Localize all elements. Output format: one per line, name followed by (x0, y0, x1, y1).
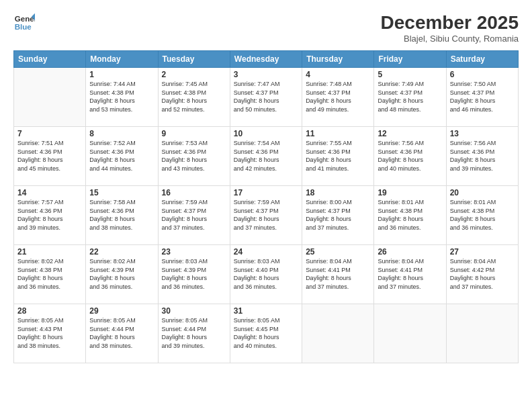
day-number: 22 (89, 247, 154, 257)
calendar-cell: 7Sunrise: 7:51 AMSunset: 4:36 PMDaylight… (14, 127, 86, 186)
day-number: 23 (162, 247, 226, 257)
day-number: 12 (378, 129, 442, 138)
calendar-cell: 23Sunrise: 8:03 AMSunset: 4:39 PMDayligh… (158, 245, 230, 304)
day-info: Sunrise: 8:03 AMSunset: 4:39 PMDaylight:… (162, 257, 226, 291)
day-info: Sunrise: 7:44 AMSunset: 4:38 PMDaylight:… (89, 80, 154, 113)
calendar-cell: 16Sunrise: 7:59 AMSunset: 4:37 PMDayligh… (158, 186, 230, 245)
day-info: Sunrise: 8:00 AMSunset: 4:37 PMDaylight:… (306, 198, 370, 232)
calendar-cell: 17Sunrise: 7:59 AMSunset: 4:37 PMDayligh… (230, 186, 302, 245)
day-number: 15 (89, 188, 154, 197)
location: Blajel, Sibiu County, Romania (381, 34, 519, 44)
calendar-cell: 22Sunrise: 8:02 AMSunset: 4:39 PMDayligh… (86, 245, 158, 304)
day-number: 17 (234, 188, 298, 197)
day-number: 31 (234, 306, 298, 316)
day-number: 9 (162, 129, 226, 138)
day-number: 29 (89, 306, 154, 316)
day-number: 20 (450, 188, 515, 197)
day-info: Sunrise: 7:56 AMSunset: 4:36 PMDaylight:… (450, 139, 515, 173)
calendar-week-row: 7Sunrise: 7:51 AMSunset: 4:36 PMDaylight… (14, 127, 519, 186)
calendar-day-header: Thursday (302, 51, 374, 68)
day-number: 5 (378, 70, 442, 79)
day-number: 10 (234, 129, 298, 138)
calendar-week-row: 14Sunrise: 7:57 AMSunset: 4:36 PMDayligh… (14, 186, 519, 245)
calendar-cell (374, 304, 446, 363)
day-info: Sunrise: 7:45 AMSunset: 4:38 PMDaylight:… (162, 80, 226, 113)
day-info: Sunrise: 8:02 AMSunset: 4:39 PMDaylight:… (89, 257, 154, 291)
day-info: Sunrise: 7:53 AMSunset: 4:36 PMDaylight:… (162, 139, 226, 173)
calendar-cell: 21Sunrise: 8:02 AMSunset: 4:38 PMDayligh… (14, 245, 86, 304)
day-info: Sunrise: 7:49 AMSunset: 4:37 PMDaylight:… (378, 80, 442, 113)
title-block: December 2025 Blajel, Sibiu County, Roma… (381, 12, 519, 44)
day-number: 19 (378, 188, 442, 197)
day-info: Sunrise: 7:50 AMSunset: 4:37 PMDaylight:… (450, 80, 515, 113)
calendar-day-header: Sunday (14, 51, 86, 68)
calendar: SundayMondayTuesdayWednesdayThursdayFrid… (13, 50, 519, 363)
day-number: 3 (234, 70, 298, 79)
calendar-cell: 30Sunrise: 8:05 AMSunset: 4:44 PMDayligh… (158, 304, 230, 363)
calendar-cell: 15Sunrise: 7:58 AMSunset: 4:36 PMDayligh… (86, 186, 158, 245)
svg-text:General: General (15, 15, 35, 23)
calendar-day-header: Wednesday (230, 51, 302, 68)
day-number: 30 (162, 306, 226, 316)
calendar-cell: 25Sunrise: 8:04 AMSunset: 4:41 PMDayligh… (302, 245, 374, 304)
calendar-cell: 3Sunrise: 7:47 AMSunset: 4:37 PMDaylight… (230, 68, 302, 127)
day-info: Sunrise: 7:58 AMSunset: 4:36 PMDaylight:… (89, 198, 154, 232)
calendar-cell: 26Sunrise: 8:04 AMSunset: 4:41 PMDayligh… (374, 245, 446, 304)
day-info: Sunrise: 7:59 AMSunset: 4:37 PMDaylight:… (234, 198, 298, 232)
calendar-cell: 8Sunrise: 7:52 AMSunset: 4:36 PMDaylight… (86, 127, 158, 186)
day-number: 25 (306, 247, 370, 257)
calendar-cell: 27Sunrise: 8:04 AMSunset: 4:42 PMDayligh… (446, 245, 518, 304)
header: General Blue December 2025 Blajel, Sibiu… (13, 12, 519, 44)
day-info: Sunrise: 8:05 AMSunset: 4:44 PMDaylight:… (162, 316, 226, 350)
day-info: Sunrise: 8:05 AMSunset: 4:45 PMDaylight:… (234, 316, 298, 350)
day-info: Sunrise: 7:56 AMSunset: 4:36 PMDaylight:… (378, 139, 442, 173)
calendar-cell: 14Sunrise: 7:57 AMSunset: 4:36 PMDayligh… (14, 186, 86, 245)
calendar-cell: 19Sunrise: 8:01 AMSunset: 4:38 PMDayligh… (374, 186, 446, 245)
calendar-cell: 31Sunrise: 8:05 AMSunset: 4:45 PMDayligh… (230, 304, 302, 363)
day-number: 4 (306, 70, 370, 79)
day-number: 6 (450, 70, 515, 79)
day-info: Sunrise: 7:54 AMSunset: 4:36 PMDaylight:… (234, 139, 298, 173)
calendar-cell (446, 304, 518, 363)
calendar-cell: 4Sunrise: 7:48 AMSunset: 4:37 PMDaylight… (302, 68, 374, 127)
day-info: Sunrise: 8:01 AMSunset: 4:38 PMDaylight:… (450, 198, 515, 232)
calendar-cell: 6Sunrise: 7:50 AMSunset: 4:37 PMDaylight… (446, 68, 518, 127)
calendar-week-row: 28Sunrise: 8:05 AMSunset: 4:43 PMDayligh… (14, 304, 519, 363)
calendar-day-header: Monday (86, 51, 158, 68)
day-info: Sunrise: 8:02 AMSunset: 4:38 PMDaylight:… (17, 257, 82, 291)
day-info: Sunrise: 8:04 AMSunset: 4:42 PMDaylight:… (450, 257, 515, 291)
calendar-cell: 13Sunrise: 7:56 AMSunset: 4:36 PMDayligh… (446, 127, 518, 186)
day-info: Sunrise: 7:51 AMSunset: 4:36 PMDaylight:… (17, 139, 82, 173)
svg-text:Blue: Blue (15, 23, 32, 31)
day-number: 1 (89, 70, 154, 79)
calendar-cell: 24Sunrise: 8:03 AMSunset: 4:40 PMDayligh… (230, 245, 302, 304)
day-number: 24 (234, 247, 298, 257)
day-number: 27 (450, 247, 515, 257)
day-info: Sunrise: 7:55 AMSunset: 4:36 PMDaylight:… (306, 139, 370, 173)
day-number: 11 (306, 129, 370, 138)
day-info: Sunrise: 8:05 AMSunset: 4:44 PMDaylight:… (89, 316, 154, 350)
calendar-day-header: Friday (374, 51, 446, 68)
logo: General Blue (13, 12, 35, 34)
day-info: Sunrise: 7:47 AMSunset: 4:37 PMDaylight:… (234, 80, 298, 113)
logo-icon: General Blue (13, 12, 35, 34)
calendar-cell: 11Sunrise: 7:55 AMSunset: 4:36 PMDayligh… (302, 127, 374, 186)
calendar-cell (302, 304, 374, 363)
calendar-week-row: 1Sunrise: 7:44 AMSunset: 4:38 PMDaylight… (14, 68, 519, 127)
day-info: Sunrise: 7:52 AMSunset: 4:36 PMDaylight:… (89, 139, 154, 173)
day-info: Sunrise: 7:57 AMSunset: 4:36 PMDaylight:… (17, 198, 82, 232)
calendar-cell: 10Sunrise: 7:54 AMSunset: 4:36 PMDayligh… (230, 127, 302, 186)
day-number: 8 (89, 129, 154, 138)
calendar-cell: 1Sunrise: 7:44 AMSunset: 4:38 PMDaylight… (86, 68, 158, 127)
calendar-cell: 9Sunrise: 7:53 AMSunset: 4:36 PMDaylight… (158, 127, 230, 186)
day-info: Sunrise: 8:04 AMSunset: 4:41 PMDaylight:… (378, 257, 442, 291)
calendar-day-header: Tuesday (158, 51, 230, 68)
calendar-cell: 28Sunrise: 8:05 AMSunset: 4:43 PMDayligh… (14, 304, 86, 363)
day-info: Sunrise: 8:01 AMSunset: 4:38 PMDaylight:… (378, 198, 442, 232)
day-number: 13 (450, 129, 515, 138)
calendar-cell: 12Sunrise: 7:56 AMSunset: 4:36 PMDayligh… (374, 127, 446, 186)
month-title: December 2025 (381, 12, 519, 34)
day-number: 18 (306, 188, 370, 197)
page: General Blue December 2025 Blajel, Sibiu… (0, 0, 532, 411)
day-number: 28 (17, 306, 82, 316)
